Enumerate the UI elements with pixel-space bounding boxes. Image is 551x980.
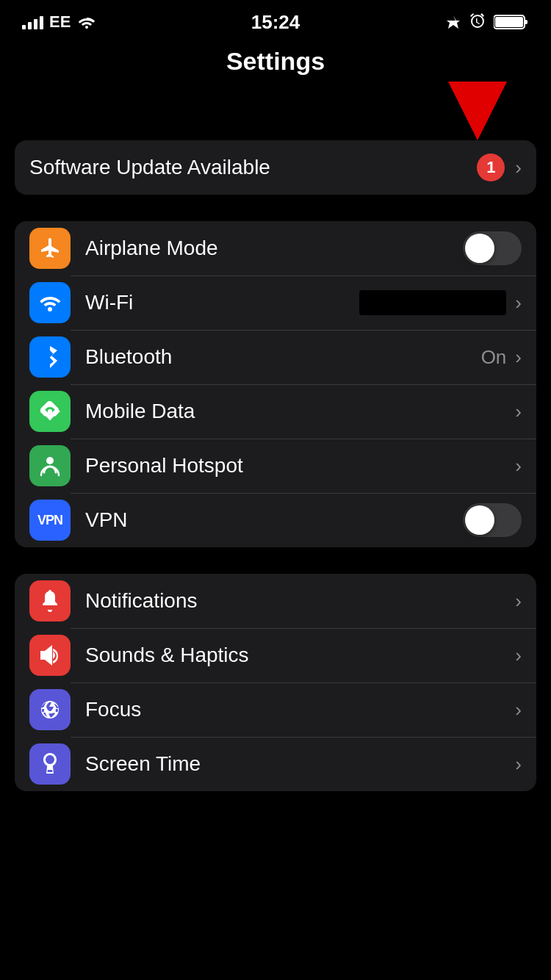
update-label: Software Update Available (29, 156, 477, 179)
airplane-mode-row[interactable]: Airplane Mode (15, 221, 536, 275)
status-time: 15:24 (251, 11, 300, 34)
bluetooth-icon (29, 336, 71, 378)
status-bar: EE 15:24 (0, 0, 551, 40)
screen-time-icon (29, 743, 71, 785)
airplane-mode-toggle[interactable] (463, 231, 522, 265)
sounds-label: Sounds & Haptics (85, 644, 515, 667)
vpn-toggle[interactable] (463, 503, 522, 537)
notifications-chevron-icon: › (515, 590, 522, 613)
system-section: Notifications › Sounds & Haptics › Focus… (15, 574, 536, 791)
update-badge: 1 (477, 154, 505, 181)
wifi-row[interactable]: Wi-Fi › (15, 275, 536, 330)
focus-row[interactable]: Focus › (15, 682, 536, 737)
sounds-chevron-icon: › (515, 644, 522, 667)
mobile-data-icon (29, 391, 71, 432)
personal-hotspot-row[interactable]: Personal Hotspot › (15, 439, 536, 493)
notifications-row[interactable]: Notifications › (15, 574, 536, 628)
bluetooth-row[interactable]: Bluetooth On › (15, 330, 536, 384)
vpn-toggle-knob (465, 505, 494, 535)
red-arrow-icon (448, 82, 507, 140)
carrier-label: EE (49, 12, 71, 32)
mobile-data-label: Mobile Data (85, 400, 515, 423)
signal-bars-icon (22, 15, 43, 29)
notifications-icon (29, 580, 71, 621)
svg-rect-1 (525, 20, 527, 24)
vpn-text-label: VPN (37, 513, 62, 528)
battery-icon (494, 13, 529, 31)
wifi-value-blurred (359, 290, 506, 315)
bluetooth-chevron-icon: › (515, 346, 522, 369)
svg-point-4 (46, 457, 54, 464)
wifi-label: Wi-Fi (85, 291, 359, 314)
arrow-annotation (0, 89, 551, 148)
notifications-label: Notifications (85, 589, 515, 613)
network-section: Airplane Mode Wi-Fi › Bluetooth (15, 221, 536, 547)
sounds-icon (29, 635, 71, 676)
sounds-row[interactable]: Sounds & Haptics › (15, 628, 536, 682)
location-icon (445, 14, 461, 30)
vpn-row[interactable]: VPN VPN (15, 493, 536, 547)
wifi-chevron-icon: › (515, 292, 522, 314)
bluetooth-label: Bluetooth (85, 345, 481, 369)
svg-rect-2 (495, 17, 523, 27)
page-title: Settings (0, 47, 551, 76)
update-chevron-icon: › (515, 156, 522, 179)
alarm-icon (469, 13, 486, 31)
airplane-mode-label: Airplane Mode (85, 237, 463, 260)
bluetooth-value: On (481, 346, 507, 369)
main-content: Software Update Available 1 › Airplane M… (0, 140, 551, 791)
personal-hotspot-label: Personal Hotspot (85, 454, 515, 478)
mobile-data-row[interactable]: Mobile Data › (15, 384, 536, 439)
personal-hotspot-chevron-icon: › (515, 455, 522, 478)
airplane-mode-icon (29, 228, 71, 269)
focus-chevron-icon: › (515, 699, 522, 721)
focus-icon (29, 689, 71, 730)
status-right (445, 13, 529, 31)
status-left: EE (22, 12, 97, 32)
software-update-row[interactable]: Software Update Available 1 › (15, 140, 536, 195)
personal-hotspot-icon (29, 445, 71, 486)
screen-time-label: Screen Time (85, 752, 515, 776)
screen-time-chevron-icon: › (515, 753, 522, 776)
wifi-status-icon (76, 15, 97, 29)
vpn-icon: VPN (29, 500, 71, 541)
focus-label: Focus (85, 698, 515, 721)
airplane-mode-toggle-knob (465, 234, 494, 263)
screen-time-row[interactable]: Screen Time › (15, 737, 536, 791)
vpn-label: VPN (85, 508, 463, 532)
wifi-icon (29, 282, 71, 323)
mobile-data-chevron-icon: › (515, 400, 522, 423)
